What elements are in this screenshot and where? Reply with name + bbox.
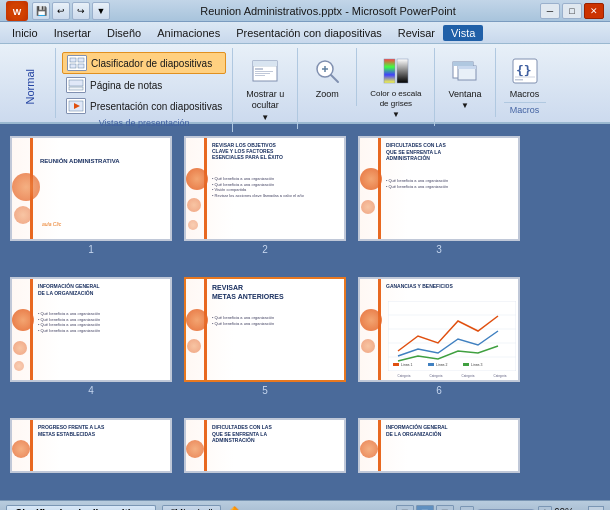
svg-rect-13 [255, 71, 273, 72]
slide-thumb-1[interactable]: REUNIÓN ADMINISTRATIVA aula Clic [10, 136, 172, 241]
slide-1-title: REUNIÓN ADMINISTRATIVA [40, 158, 168, 166]
slide-thumb-9[interactable]: INFORMACIÓN GENERALDE LA ORGANIZACIÓN [358, 418, 520, 473]
slide-5-bullets: • Qué beneficia a una organización • Qué… [212, 315, 342, 326]
slide-inner-5: REVISARMETAS ANTERIORES • Qué beneficia … [186, 279, 344, 380]
zoom-btn[interactable]: Zoom [306, 52, 348, 102]
slide-3-bullets: • Qué beneficia a una organización • Qué… [386, 178, 516, 189]
circle-5a [186, 309, 208, 331]
status-view-btn-3[interactable]: ▣ [436, 505, 454, 511]
undo-tool[interactable]: ↩ [52, 2, 70, 20]
presentacion-view-label: Presentación con diapositivas [90, 101, 222, 112]
slide-4-title: INFORMACIÓN GENERALDE LA ORGANIZACIÓN [38, 283, 168, 296]
menu-inicio[interactable]: Inicio [4, 25, 46, 41]
slide-inner-7: PROGRESO FRENTE A LASMETAS ESTABLECIDAS [12, 420, 170, 471]
circle-7a [12, 440, 30, 458]
slide-6-x-labels: Categoria Categoria Categoria Categoria [388, 374, 516, 378]
maximize-button[interactable]: □ [562, 3, 582, 19]
slide-inner-1: REUNIÓN ADMINISTRATIVA aula Clic [12, 138, 170, 239]
slide-num-1: 1 [88, 244, 94, 255]
macros-btn[interactable]: {} Macros [504, 52, 546, 102]
presentacion-view-btn[interactable]: Presentación con diapositivas [62, 96, 226, 116]
status-view-buttons: ▦ ▤ ▣ [396, 505, 454, 511]
circle-2a [186, 168, 208, 190]
thumb-wrapper-7: PROGRESO FRENTE A LASMETAS ESTABLECIDAS [10, 418, 172, 476]
macros-icon: {} [509, 55, 541, 87]
zoom-plus-btn[interactable]: + [538, 506, 552, 511]
color-btn[interactable]: Color o escalade grises ▼ [365, 52, 426, 122]
thumb-wrapper-8: DIFICULTADES CON LASQUE SE ENFRENTA LAAD… [184, 418, 346, 476]
menu-revisar[interactable]: Revisar [390, 25, 443, 41]
clasificador-view-btn[interactable]: Clasificador de diapositivas [62, 52, 226, 74]
menu-diseno[interactable]: Diseño [99, 25, 149, 41]
circle-2c [188, 220, 198, 230]
slide-thumb-3[interactable]: DIFICULTADES CON LASQUE SE ENFRENTA LAAD… [358, 136, 520, 241]
notas-view-label: Página de notas [90, 80, 162, 91]
window-btn[interactable]: Ventana ▼ [443, 52, 486, 113]
zoom-control: − + 60% [460, 506, 582, 511]
svg-rect-4 [70, 64, 76, 68]
slide-thumb-7[interactable]: PROGRESO FRENTE A LASMETAS ESTABLECIDAS [10, 418, 172, 473]
status-tab-clasificador[interactable]: Clasificador de diapositivas [6, 505, 156, 511]
slide-inner-3: DIFICULTADES CON LASQUE SE ENFRENTA LAAD… [360, 138, 518, 239]
svg-rect-31 [388, 301, 516, 371]
slide-9-title: INFORMACIÓN GENERALDE LA ORGANIZACIÓN [386, 424, 516, 437]
svg-rect-40 [463, 363, 469, 366]
circle-6b [361, 339, 375, 353]
slide-bar-9 [378, 420, 381, 471]
menu-bar: Inicio Insertar Diseño Animaciones Prese… [0, 22, 610, 44]
slide-thumb-6[interactable]: GANANCIAS Y BENEFICIOS [358, 277, 520, 382]
slide-num-3: 3 [436, 244, 442, 255]
thumb-wrapper-6: GANANCIAS Y BENEFICIOS [358, 277, 520, 396]
slide-bar-4 [30, 279, 33, 380]
menu-animaciones[interactable]: Animaciones [149, 25, 228, 41]
svg-text:W: W [13, 7, 22, 17]
slides-row-3: PROGRESO FRENTE A LASMETAS ESTABLECIDAS … [10, 418, 600, 476]
show-hide-btn[interactable]: Mostrar uocultar ▼ [241, 52, 289, 125]
slide-inner-9: INFORMACIÓN GENERALDE LA ORGANIZACIÓN [360, 420, 518, 471]
thumb-wrapper-4: INFORMACIÓN GENERALDE LA ORGANIZACIÓN • … [10, 277, 172, 396]
office-button[interactable]: W [6, 1, 28, 21]
clasificador-icon [67, 55, 87, 71]
slide-thumb-8[interactable]: DIFICULTADES CON LASQUE SE ENFRENTA LAAD… [184, 418, 346, 473]
slide-num-5: 5 [262, 385, 268, 396]
zoom-minus-btn[interactable]: − [460, 506, 474, 511]
zoom-icon [311, 55, 343, 87]
normal-label-section: Normal [4, 48, 56, 118]
color-icon [380, 55, 412, 87]
svg-rect-21 [384, 59, 395, 83]
redo-tool[interactable]: ↪ [72, 2, 90, 20]
slide-6-title: GANANCIAS Y BENEFICIOS [386, 283, 516, 290]
slide-5-title: REVISARMETAS ANTERIORES [212, 283, 342, 301]
status-ppt-icon: 🔶 [227, 506, 242, 511]
slide-8-title: DIFICULTADES CON LASQUE SE ENFRENTA LAAD… [212, 424, 342, 444]
slide-thumb-5[interactable]: REVISARMETAS ANTERIORES • Qué beneficia … [184, 277, 346, 382]
customize-tool[interactable]: ▼ [92, 2, 110, 20]
window-label: Ventana [448, 89, 481, 99]
circle-1a [12, 173, 40, 201]
slide-1-subtitle: aula Clic [42, 221, 61, 227]
close-button[interactable]: ✕ [584, 3, 604, 19]
show-hide-label: Mostrar uocultar [246, 89, 284, 111]
svg-rect-16 [253, 61, 277, 66]
show-hide-section: Mostrar uocultar ▼ [233, 48, 298, 129]
minimize-button[interactable]: ─ [540, 3, 560, 19]
circle-9a [360, 440, 378, 458]
save-tool[interactable]: 💾 [32, 2, 50, 20]
menu-insertar[interactable]: Insertar [46, 25, 99, 41]
slide-thumb-2[interactable]: REVISAR LOS OBJETIVOSCLAVE Y LOS FACTORE… [184, 136, 346, 241]
status-tab-mirador[interactable]: "Mirador" [162, 505, 221, 511]
slides-row-1: REUNIÓN ADMINISTRATIVA aula Clic 1 REVIS… [10, 136, 600, 255]
status-view-btn-1[interactable]: ▦ [396, 505, 414, 511]
menu-presentacion[interactable]: Presentación con diapositivas [228, 25, 390, 41]
fit-window-btn[interactable]: ⊡ [588, 506, 604, 511]
status-view-btn-2[interactable]: ▤ [416, 505, 434, 511]
notas-view-btn[interactable]: Página de notas [62, 75, 226, 95]
svg-rect-6 [69, 80, 83, 86]
slide-inner-8: DIFICULTADES CON LASQUE SE ENFRENTA LAAD… [186, 420, 344, 471]
slide-thumb-4[interactable]: INFORMACIÓN GENERALDE LA ORGANIZACIÓN • … [10, 277, 172, 382]
menu-vista[interactable]: Vista [443, 25, 483, 41]
color-label: Color o escalade grises [370, 89, 421, 108]
quick-access-toolbar: 💾 ↩ ↪ ▼ [32, 2, 110, 20]
circle-6a [360, 309, 382, 331]
svg-rect-25 [453, 62, 473, 66]
